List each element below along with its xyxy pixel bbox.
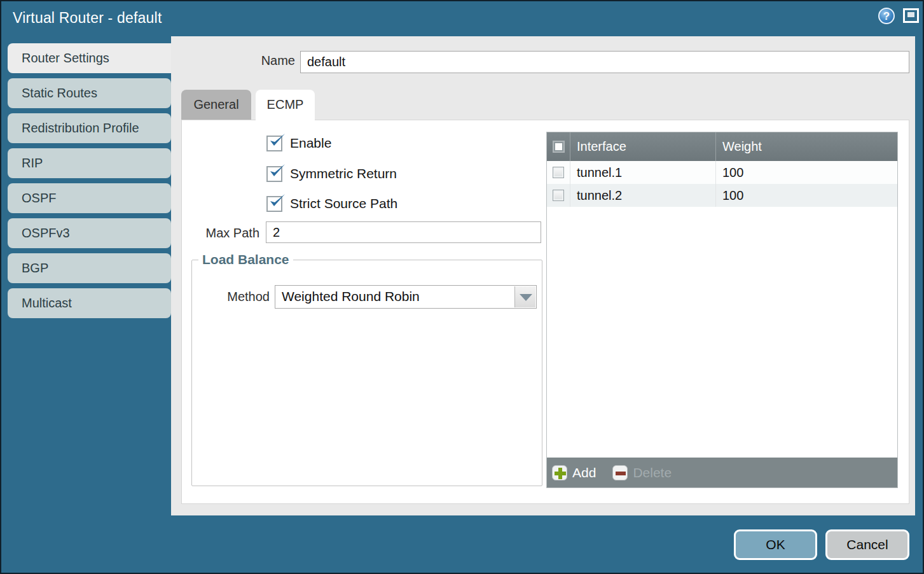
column-header-interface: Interface [570,132,716,161]
help-icon[interactable]: ? [878,8,895,24]
select-all-cell [547,132,570,161]
load-balance-fieldset: Load Balance Method Weighted Round Robin [191,252,542,486]
sidebar-item-ospfv3[interactable]: OSPFv3 [8,218,171,248]
sidebar-item-redistribution-profile[interactable]: Redistribution Profile [8,113,171,143]
delete-button-label: Delete [633,465,672,480]
tab-ecmp[interactable]: ECMP [256,90,315,122]
method-label: Method [198,290,270,304]
sidebar-item-ospf[interactable]: OSPF [8,183,171,213]
minus-icon [612,465,628,480]
row-checkbox[interactable] [553,190,564,201]
tab-general[interactable]: General [181,90,251,120]
sidebar-item-router-settings[interactable]: Router Settings [8,43,172,73]
chevron-down-icon[interactable] [514,286,535,307]
enable-checkbox[interactable] [266,136,282,151]
window-icon[interactable] [903,8,919,23]
cancel-button[interactable]: Cancel [825,529,909,560]
ecmp-interface-table: Interface Weight tunnel.1 100 tunnel.2 1… [546,132,898,488]
row-checkbox-cell [547,184,570,207]
delete-button[interactable]: Delete [612,465,672,480]
strict-source-path-checkbox-row[interactable]: Strict Source Path [266,195,397,213]
plus-icon [552,465,567,480]
table-row[interactable]: tunnel.1 100 [547,161,897,184]
row-checkbox-cell [547,161,570,184]
checkmark-icon [268,133,289,153]
checkmark-icon [268,193,289,214]
checkmark-icon [268,164,289,184]
sidebar-item-bgp[interactable]: BGP [8,253,171,283]
enable-label: Enable [290,136,331,151]
name-label: Name [192,53,295,68]
add-button-label: Add [572,465,596,480]
strict-source-path-label: Strict Source Path [290,196,397,211]
weight-cell: 100 [716,161,897,184]
symmetric-return-checkbox-row[interactable]: Symmetric Return [266,165,397,183]
method-dropdown[interactable]: Weighted Round Robin [275,285,537,309]
symmetric-return-checkbox[interactable] [266,166,282,182]
sidebar: Router Settings Static Routes Redistribu… [8,43,171,318]
sidebar-item-static-routes[interactable]: Static Routes [8,78,171,108]
sidebar-item-rip[interactable]: RIP [8,148,171,178]
column-header-weight: Weight [716,132,897,161]
max-path-input[interactable] [266,221,541,243]
strict-source-path-checkbox[interactable] [266,196,282,212]
enable-checkbox-row[interactable]: Enable [266,134,331,152]
ok-button[interactable]: OK [734,529,817,560]
name-input[interactable] [300,51,909,73]
method-value: Weighted Round Robin [282,289,420,304]
row-checkbox[interactable] [553,167,564,178]
symmetric-return-label: Symmetric Return [290,166,397,181]
title-bar: Virtual Router - default ? [1,1,923,36]
max-path-label: Max Path [182,226,259,241]
weight-cell: 100 [716,184,897,207]
select-all-checkbox[interactable] [553,141,565,153]
table-row[interactable]: tunnel.2 100 [547,184,897,207]
load-balance-legend: Load Balance [198,252,293,267]
sidebar-item-multicast[interactable]: Multicast [8,288,171,318]
interface-cell: tunnel.1 [570,161,716,184]
table-footer: Add Delete [547,458,897,487]
dialog-title: Virtual Router - default [13,10,162,27]
interface-cell: tunnel.2 [570,184,716,207]
table-header: Interface Weight [547,132,897,161]
add-button[interactable]: Add [552,465,596,480]
